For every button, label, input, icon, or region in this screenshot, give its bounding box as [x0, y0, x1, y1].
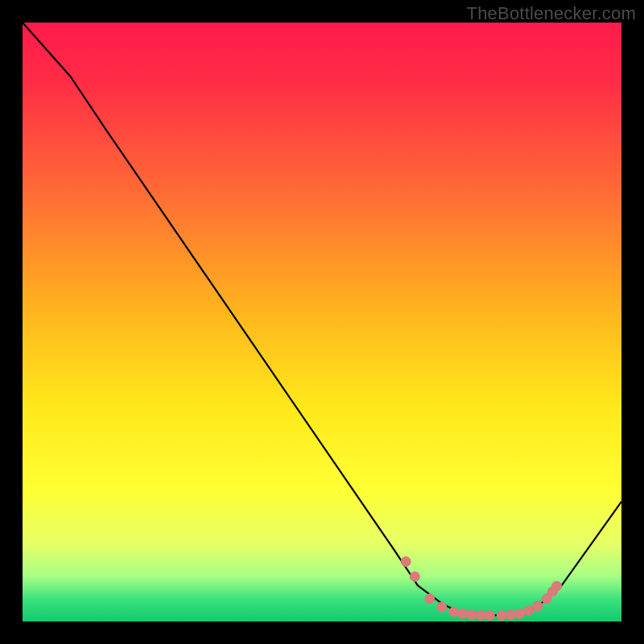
- background-gradient: [23, 23, 621, 621]
- svg-rect-0: [23, 23, 621, 621]
- plot-area: [23, 23, 621, 621]
- attribution-text: TheBottlenecker.com: [467, 3, 636, 24]
- chart-frame: TheBottlenecker.com: [0, 0, 644, 644]
